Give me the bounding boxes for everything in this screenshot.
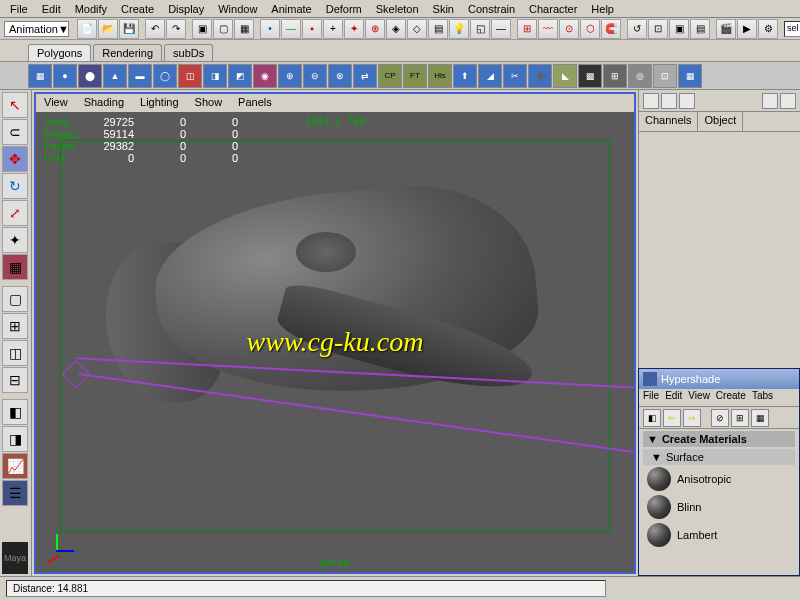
move-tool[interactable]: ✥ xyxy=(2,146,28,172)
hs-menu-view[interactable]: View xyxy=(688,390,710,405)
tab-object[interactable]: Object xyxy=(698,112,743,131)
render-button[interactable]: 🎬 xyxy=(716,19,736,39)
shelf-cylinder-icon[interactable]: ⬤ xyxy=(78,64,102,88)
light-mask-button[interactable]: 💡 xyxy=(449,19,469,39)
snap-point-button[interactable]: ⊙ xyxy=(559,19,579,39)
line-mask-button[interactable]: ― xyxy=(491,19,511,39)
menu-deform[interactable]: Deform xyxy=(320,2,368,15)
hs-menu-edit[interactable]: Edit xyxy=(665,390,682,405)
vp-menu-show[interactable]: Show xyxy=(191,95,227,111)
shelf-extract-icon[interactable]: ◩ xyxy=(228,64,252,88)
hs-menu-create[interactable]: Create xyxy=(716,390,746,405)
snap-plane-button[interactable]: ⬡ xyxy=(580,19,600,39)
menu-modify[interactable]: Modify xyxy=(69,2,113,15)
rotate-tool[interactable]: ↻ xyxy=(2,173,28,199)
undo-button[interactable]: ↶ xyxy=(145,19,165,39)
layout-c-button[interactable]: ◧ xyxy=(2,399,28,425)
menu-skin[interactable]: Skin xyxy=(427,2,460,15)
menu-edit[interactable]: Edit xyxy=(36,2,67,15)
shelf-unfold-icon[interactable]: ⊡ xyxy=(653,64,677,88)
vp-menu-shading[interactable]: Shading xyxy=(80,95,128,111)
hs-forward-icon[interactable]: ⇒ xyxy=(683,409,701,427)
plane-button[interactable]: ◱ xyxy=(470,19,490,39)
material-lambert[interactable]: Lambert xyxy=(643,521,795,549)
layout-a-button[interactable]: ◫ xyxy=(2,340,28,366)
menu-constrain[interactable]: Constrain xyxy=(462,2,521,15)
menu-skeleton[interactable]: Skeleton xyxy=(370,2,425,15)
lasso-tool[interactable]: ⊂ xyxy=(2,119,28,145)
snap-curve-button[interactable]: 〰 xyxy=(538,19,558,39)
menu-window[interactable]: Window xyxy=(212,2,263,15)
hs-graph-icon[interactable]: ⊞ xyxy=(731,409,749,427)
render-globals-button[interactable]: ⚙ xyxy=(758,19,778,39)
menu-create[interactable]: Create xyxy=(115,2,160,15)
panel-icon[interactable] xyxy=(643,93,659,109)
shelf-torus-icon[interactable]: ◯ xyxy=(153,64,177,88)
panel-icon[interactable] xyxy=(780,93,796,109)
menu-display[interactable]: Display xyxy=(162,2,210,15)
surface-header[interactable]: ▼ Surface xyxy=(643,449,795,465)
pivot-mask-button[interactable]: ◇ xyxy=(407,19,427,39)
shelf-cone-icon[interactable]: ▲ xyxy=(103,64,127,88)
shelf-smooth-icon[interactable]: ◉ xyxy=(253,64,277,88)
magnet-icon[interactable]: 🧲 xyxy=(601,19,621,39)
hull-mask-button[interactable]: ◈ xyxy=(386,19,406,39)
graph-button[interactable]: 📈 xyxy=(2,453,28,479)
select-object-button[interactable]: ▢ xyxy=(213,19,233,39)
select-hier-button[interactable]: ▣ xyxy=(192,19,212,39)
uv-mask-button[interactable]: + xyxy=(323,19,343,39)
history-button[interactable]: ↺ xyxy=(627,19,647,39)
shelf-his-button[interactable]: His xyxy=(428,64,452,88)
vp-menu-view[interactable]: View xyxy=(40,95,72,111)
hs-clear-icon[interactable]: ⊘ xyxy=(711,409,729,427)
construction-button[interactable]: ⊡ xyxy=(648,19,668,39)
shelf-cube-icon[interactable]: ▦ xyxy=(28,64,52,88)
layout-b-button[interactable]: ⊟ xyxy=(2,367,28,393)
open-button[interactable]: 📂 xyxy=(98,19,118,39)
menu-help[interactable]: Help xyxy=(585,2,620,15)
handle-mask-button[interactable]: ⊕ xyxy=(365,19,385,39)
shelf-mirror-icon[interactable]: ⇄ xyxy=(353,64,377,88)
shelf-checker-icon[interactable]: ▩ xyxy=(578,64,602,88)
hs-back-icon[interactable]: ⇐ xyxy=(663,409,681,427)
single-view-button[interactable]: ▢ xyxy=(2,286,28,312)
tab-subds[interactable]: subDs xyxy=(164,44,213,61)
save-button[interactable]: 💾 xyxy=(119,19,139,39)
scale-tool[interactable]: ⤢ xyxy=(2,200,28,226)
select-component-button[interactable]: ▦ xyxy=(234,19,254,39)
shelf-bool1-icon[interactable]: ⊕ xyxy=(278,64,302,88)
shelf-extrude-icon[interactable]: ⬆ xyxy=(453,64,477,88)
shelf-bool3-icon[interactable]: ⊗ xyxy=(328,64,352,88)
hs-menu-file[interactable]: File xyxy=(643,390,659,405)
menu-animate[interactable]: Animate xyxy=(265,2,317,15)
input-button[interactable]: ▣ xyxy=(669,19,689,39)
redo-button[interactable]: ↷ xyxy=(166,19,186,39)
shelf-bool2-icon[interactable]: ⊖ xyxy=(303,64,327,88)
vp-menu-lighting[interactable]: Lighting xyxy=(136,95,183,111)
shelf-plane-icon[interactable]: ▬ xyxy=(128,64,152,88)
four-view-button[interactable]: ⊞ xyxy=(2,313,28,339)
shelf-cp-button[interactable]: CP xyxy=(378,64,402,88)
tab-channels[interactable]: Channels xyxy=(639,112,698,131)
vertex-mask-button[interactable]: • xyxy=(260,19,280,39)
output-button[interactable]: ▤ xyxy=(690,19,710,39)
mesh-object[interactable] xyxy=(76,172,576,472)
menu-file[interactable]: File xyxy=(4,2,34,15)
face-mask-button[interactable]: ▪ xyxy=(302,19,322,39)
new-scene-button[interactable]: 📄 xyxy=(77,19,97,39)
hypershade-window[interactable]: Hypershade File Edit View Create Tabs ◧ … xyxy=(638,368,800,576)
shelf-layout-icon[interactable]: ▦ xyxy=(678,64,702,88)
shelf-append-icon[interactable]: ➕ xyxy=(528,64,552,88)
create-materials-header[interactable]: ▼ Create Materials xyxy=(643,431,795,447)
shelf-separate-icon[interactable]: ◨ xyxy=(203,64,227,88)
misc-mask-button[interactable]: ▤ xyxy=(428,19,448,39)
tab-polygons[interactable]: Polygons xyxy=(28,44,91,61)
panel-icon[interactable] xyxy=(661,93,677,109)
panel-icon[interactable] xyxy=(679,93,695,109)
material-anisotropic[interactable]: Anisotropic xyxy=(643,465,795,493)
shelf-wedge-icon[interactable]: ◣ xyxy=(553,64,577,88)
menu-character[interactable]: Character xyxy=(523,2,583,15)
shelf-projection-icon[interactable]: ◎ xyxy=(628,64,652,88)
layout-d-button[interactable]: ◨ xyxy=(2,426,28,452)
quick-select-field[interactable]: sel▼ xyxy=(784,21,800,37)
